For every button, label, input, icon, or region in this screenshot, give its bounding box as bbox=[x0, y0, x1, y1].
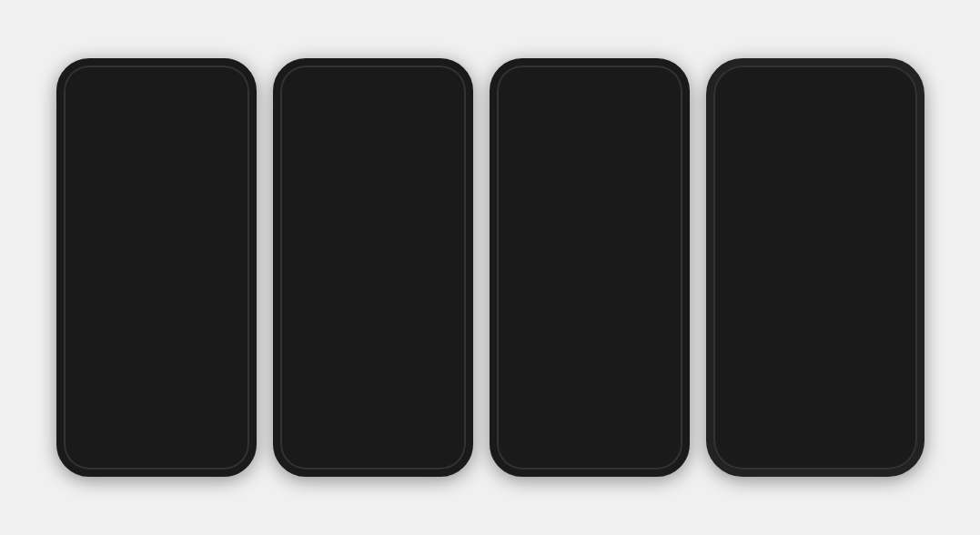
msg-row-p4-4: Huh? I think that was meant for Andy, no… bbox=[721, 289, 910, 318]
bubble-p4-4: Huh? I think that was meant for Andy, no… bbox=[741, 289, 859, 318]
header-icons-2: 📞 📹 bbox=[419, 98, 457, 113]
group-avatar-1 bbox=[83, 93, 108, 118]
react-wow[interactable]: 😮 bbox=[111, 237, 124, 249]
image-icon-4[interactable]: 🖼 bbox=[783, 448, 796, 462]
back-button-2[interactable]: ‹ bbox=[289, 97, 294, 114]
sender-alice-4-2: Alice bbox=[721, 365, 910, 373]
msg-row-p2-sent: Hi honey! Meeting the girls for dinner. … bbox=[288, 261, 459, 290]
chat-content-1: 3:30 AM Tanwi Hey everybody - what's the… bbox=[64, 124, 249, 469]
avatar-tanwi-1 bbox=[71, 170, 87, 187]
avatar-alice-1 bbox=[71, 284, 87, 300]
removed-notice-4: You removed a message bbox=[721, 263, 910, 271]
bubble-3: Huh? I think that was meant for Andy, no… bbox=[91, 271, 209, 300]
phone-3: 9:41 ▌▌▌ ▲ ▊ ‹ BFFs ❤️❤️❤️ 📞 📹 bbox=[490, 58, 690, 477]
sender-tanwi-1: Tanwi bbox=[71, 145, 242, 153]
react-thumbsdown[interactable]: 👎 bbox=[173, 237, 186, 249]
msg-row-p2-1: Hey everybody - what's the plan for dinn… bbox=[288, 157, 459, 187]
chat-body-4: 3:30 AM Tanwi Hey everybody - what's the… bbox=[713, 124, 917, 439]
bubble-2: I'm starving! bbox=[91, 203, 147, 222]
alert-title-3: Remove for Everyone? bbox=[530, 229, 649, 239]
header-icons-4: 📞 📹 bbox=[870, 98, 908, 113]
sender-alice-1: Alice bbox=[71, 258, 242, 267]
alert-body-3: You'll permanently remove this message f… bbox=[530, 245, 649, 286]
msg-row-1: Hey everybody - what's the plan for dinn… bbox=[71, 157, 242, 187]
video-icon-2[interactable]: 📹 bbox=[441, 98, 457, 113]
time-1: 9:41 bbox=[78, 74, 96, 84]
avatar-alice-2 bbox=[71, 373, 87, 389]
send-icon-4[interactable]: 👍 bbox=[891, 448, 906, 462]
reaction-bar-1[interactable]: 😍 😂 😮 😢 😡 👍 👎 bbox=[75, 234, 191, 253]
sender-halley-2: Halley bbox=[288, 226, 459, 234]
copy-button-1[interactable]: Copy bbox=[75, 451, 96, 460]
alert-content-3: Remove for Everyone? You'll permanently … bbox=[519, 217, 660, 293]
header-title-2: BFFs ❤️❤️❤️ bbox=[330, 99, 419, 111]
bottom-bar-1: Copy Remove Forward bbox=[64, 440, 249, 469]
battery-icon-2: ▊ bbox=[446, 75, 451, 83]
messenger-bottom-bar-4: ⋮⋮ 📷 🖼 🎤 Aa 😊 👍 bbox=[713, 439, 917, 469]
header-icons-1: 📞 📹 bbox=[202, 98, 240, 113]
back-button-1[interactable]: ‹ bbox=[73, 97, 77, 114]
alert-cancel-btn-3[interactable]: Cancel bbox=[519, 294, 590, 318]
alert-overlay-3: Remove for Everyone? You'll permanently … bbox=[497, 66, 682, 469]
signal-icon-2: ▌▌▌ bbox=[418, 75, 433, 83]
status-icons-2: ▌▌▌ ▲ ▊ bbox=[418, 75, 451, 83]
phone-icon-2[interactable]: 📞 bbox=[419, 98, 434, 113]
sender-alice-2: Alice bbox=[71, 347, 242, 355]
remove-button-1[interactable]: Remove bbox=[134, 451, 166, 460]
avatar-rachel-4 bbox=[721, 206, 737, 222]
avatar-rachel-2 bbox=[288, 206, 304, 222]
wifi-icon-2: ▲ bbox=[436, 75, 443, 83]
chat-body-1: 3:30 AM Tanwi Hey everybody - what's the… bbox=[64, 124, 249, 440]
sender-rachel-4: Rachel bbox=[721, 190, 910, 198]
action-sheet-2: Who do you want to remove this message f… bbox=[288, 329, 459, 439]
phone-2: 9:41 ▌▌▌ ▲ ▊ ‹ BFFs ❤️❤️❤️ 📞 📹 bbox=[273, 58, 473, 477]
camera-icon-4[interactable]: 📷 bbox=[758, 448, 773, 462]
phone-2-screen: 9:41 ▌▌▌ ▲ ▊ ‹ BFFs ❤️❤️❤️ 📞 📹 bbox=[280, 66, 466, 469]
sender-alice-p2: Alice bbox=[288, 294, 459, 302]
react-angry[interactable]: 😡 bbox=[142, 237, 155, 249]
cancel-action-sheet[interactable]: Cancel bbox=[288, 409, 459, 439]
msg-row-p4-2: I'm starving! bbox=[721, 203, 910, 222]
bubble-1: Hey everybody - what's the plan for dinn… bbox=[91, 157, 209, 187]
back-button-4[interactable]: ‹ bbox=[722, 97, 727, 114]
sender-alice-4: Alice bbox=[721, 277, 910, 285]
sender-tanwi-4: Tanwi bbox=[721, 145, 910, 153]
sender-rachel-2: Rachel bbox=[288, 190, 459, 198]
video-icon-4[interactable]: 📹 bbox=[893, 98, 908, 113]
bubble-p2-3: Yeah, me too bbox=[308, 238, 368, 257]
emoji-icon-4[interactable]: 😊 bbox=[866, 448, 882, 462]
msg-row-p4-5: Tell Andy hi -- see all of you soon! 🙃 bbox=[721, 378, 910, 407]
react-heart-eyes[interactable]: 😍 bbox=[80, 237, 93, 249]
msg-row-4: Tell Andy hi -- see all of you soon! 🙃 bbox=[71, 359, 242, 389]
phone-icon-4[interactable]: 📞 bbox=[870, 98, 885, 113]
react-thumbsup[interactable]: 👍 bbox=[157, 237, 170, 249]
grid-icon-4[interactable]: ⋮⋮ bbox=[723, 448, 749, 462]
mic-icon-4[interactable]: 🎤 bbox=[806, 448, 822, 462]
wifi-icon-4: ▲ bbox=[887, 75, 894, 83]
chat-date-2: 3:30 AM bbox=[288, 131, 459, 139]
forward-button-1[interactable]: Forward bbox=[206, 451, 238, 460]
remove-everyone-option[interactable]: Remove for Everyone bbox=[288, 348, 459, 379]
chat-header-2: ‹ BFFs ❤️❤️❤️ 📞 📹 bbox=[280, 87, 466, 124]
action-sheet-title: Who do you want to remove this message f… bbox=[288, 329, 459, 348]
status-bar-2: 9:41 ▌▌▌ ▲ ▊ bbox=[280, 66, 466, 87]
video-icon-1[interactable]: 📹 bbox=[225, 98, 240, 113]
chat-content-3: 3:30 AM Tanwi Hey everybody - what's the… bbox=[497, 124, 682, 469]
react-sad[interactable]: 😢 bbox=[126, 237, 139, 249]
msg-row-2: I'm starving! bbox=[71, 203, 242, 222]
avatar-alice-4-2 bbox=[721, 391, 737, 408]
phone-4-screen: 9:41 ▌▌▌ ▲ ▊ ‹ BFFs ❤️❤️❤️ 📞 📹 bbox=[713, 66, 917, 469]
msg-row-p4-1: Hey everybody - what's the plan for dinn… bbox=[721, 157, 910, 187]
alert-buttons-3: Cancel Remove bbox=[519, 293, 660, 318]
phone-icon-1[interactable]: 📞 bbox=[202, 98, 217, 113]
react-laugh[interactable]: 😂 bbox=[96, 237, 108, 249]
signal-icon-4: ▌▌▌ bbox=[869, 75, 884, 83]
status-bar-4: 9:41 ▌▌▌ ▲ ▊ bbox=[713, 66, 917, 87]
remove-for-you-option[interactable]: Remove for You bbox=[288, 379, 459, 409]
avatar-halley-4 bbox=[721, 241, 737, 257]
aa-input-4[interactable]: Aa bbox=[831, 449, 856, 461]
alert-remove-btn-3[interactable]: Remove bbox=[590, 294, 660, 318]
sender-tanwi-2: Tanwi bbox=[288, 145, 459, 153]
battery-icon-4: ▊ bbox=[897, 75, 903, 83]
msg-row-p2-2: I'm starving! bbox=[288, 203, 459, 222]
